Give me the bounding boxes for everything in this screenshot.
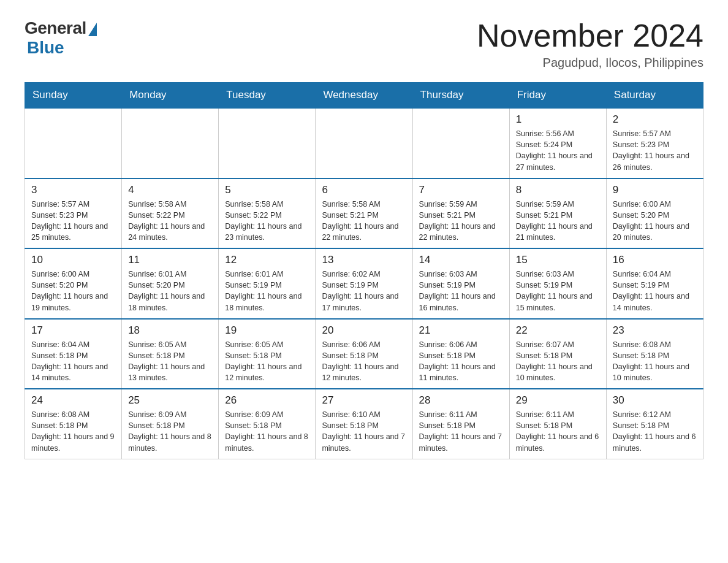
day-number: 1 [516, 113, 600, 126]
calendar-cell: 28Sunrise: 6:11 AM Sunset: 5:18 PM Dayli… [412, 389, 509, 459]
day-number: 18 [128, 324, 212, 337]
calendar-cell [122, 108, 219, 178]
day-info: Sunrise: 6:05 AM Sunset: 5:18 PM Dayligh… [128, 339, 212, 384]
day-number: 26 [225, 394, 309, 407]
calendar-cell: 6Sunrise: 5:58 AM Sunset: 5:21 PM Daylig… [316, 178, 412, 249]
day-info: Sunrise: 6:06 AM Sunset: 5:18 PM Dayligh… [419, 339, 503, 384]
day-info: Sunrise: 6:06 AM Sunset: 5:18 PM Dayligh… [322, 339, 406, 384]
day-info: Sunrise: 6:08 AM Sunset: 5:18 PM Dayligh… [31, 409, 115, 454]
calendar-day-header: Tuesday [219, 83, 316, 109]
calendar-cell [412, 108, 509, 178]
day-number: 22 [516, 324, 600, 337]
day-info: Sunrise: 6:03 AM Sunset: 5:19 PM Dayligh… [516, 269, 600, 313]
calendar-cell: 22Sunrise: 6:07 AM Sunset: 5:18 PM Dayli… [509, 319, 606, 389]
day-number: 9 [613, 184, 697, 196]
calendar-cell: 24Sunrise: 6:08 AM Sunset: 5:18 PM Dayli… [25, 389, 122, 459]
day-number: 19 [225, 324, 309, 337]
day-info: Sunrise: 5:56 AM Sunset: 5:24 PM Dayligh… [516, 128, 600, 173]
calendar-cell: 19Sunrise: 6:05 AM Sunset: 5:18 PM Dayli… [219, 319, 316, 389]
day-info: Sunrise: 6:04 AM Sunset: 5:18 PM Dayligh… [31, 339, 115, 384]
calendar-table: SundayMondayTuesdayWednesdayThursdayFrid… [25, 82, 703, 459]
day-number: 5 [225, 184, 309, 196]
day-info: Sunrise: 5:57 AM Sunset: 5:23 PM Dayligh… [613, 128, 697, 173]
page-header: General Blue November 2024 Pagudpud, Ilo… [25, 18, 703, 70]
calendar-cell: 5Sunrise: 5:58 AM Sunset: 5:22 PM Daylig… [219, 178, 316, 249]
day-number: 27 [322, 394, 406, 407]
day-number: 10 [31, 254, 115, 266]
calendar-day-header: Monday [122, 83, 219, 109]
day-number: 6 [322, 184, 406, 196]
calendar-cell: 9Sunrise: 6:00 AM Sunset: 5:20 PM Daylig… [606, 178, 703, 249]
week-row: 3Sunrise: 5:57 AM Sunset: 5:23 PM Daylig… [25, 178, 703, 249]
location-subtitle: Pagudpud, Ilocos, Philippines [477, 56, 703, 70]
week-row: 17Sunrise: 6:04 AM Sunset: 5:18 PM Dayli… [25, 319, 703, 389]
logo: General Blue [25, 18, 97, 58]
day-info: Sunrise: 6:00 AM Sunset: 5:20 PM Dayligh… [613, 199, 697, 243]
calendar-cell: 1Sunrise: 5:56 AM Sunset: 5:24 PM Daylig… [509, 108, 606, 178]
calendar-cell: 27Sunrise: 6:10 AM Sunset: 5:18 PM Dayli… [316, 389, 412, 459]
day-number: 11 [128, 254, 212, 266]
day-number: 8 [516, 184, 600, 196]
calendar-cell: 13Sunrise: 6:02 AM Sunset: 5:19 PM Dayli… [316, 248, 412, 319]
day-number: 28 [419, 394, 503, 407]
day-number: 12 [225, 254, 309, 266]
title-block: November 2024 Pagudpud, Ilocos, Philippi… [477, 18, 703, 70]
calendar-cell: 11Sunrise: 6:01 AM Sunset: 5:20 PM Dayli… [122, 248, 219, 319]
calendar-cell: 10Sunrise: 6:00 AM Sunset: 5:20 PM Dayli… [25, 248, 122, 319]
calendar-cell: 8Sunrise: 5:59 AM Sunset: 5:21 PM Daylig… [509, 178, 606, 249]
day-info: Sunrise: 6:02 AM Sunset: 5:19 PM Dayligh… [322, 269, 406, 313]
week-row: 1Sunrise: 5:56 AM Sunset: 5:24 PM Daylig… [25, 108, 703, 178]
day-info: Sunrise: 5:58 AM Sunset: 5:22 PM Dayligh… [225, 199, 309, 243]
day-info: Sunrise: 6:03 AM Sunset: 5:19 PM Dayligh… [419, 269, 503, 313]
day-info: Sunrise: 5:57 AM Sunset: 5:23 PM Dayligh… [31, 199, 115, 243]
day-info: Sunrise: 6:04 AM Sunset: 5:19 PM Dayligh… [613, 269, 697, 313]
day-number: 23 [613, 324, 697, 337]
day-number: 15 [516, 254, 600, 266]
calendar-day-header: Saturday [606, 83, 703, 109]
day-info: Sunrise: 6:01 AM Sunset: 5:20 PM Dayligh… [128, 269, 212, 313]
day-number: 20 [322, 324, 406, 337]
calendar-cell: 20Sunrise: 6:06 AM Sunset: 5:18 PM Dayli… [316, 319, 412, 389]
day-info: Sunrise: 6:11 AM Sunset: 5:18 PM Dayligh… [419, 409, 503, 454]
day-info: Sunrise: 6:00 AM Sunset: 5:20 PM Dayligh… [31, 269, 115, 313]
day-info: Sunrise: 5:59 AM Sunset: 5:21 PM Dayligh… [516, 199, 600, 243]
day-number: 25 [128, 394, 212, 407]
logo-general-text: General [25, 18, 86, 38]
calendar-header-row: SundayMondayTuesdayWednesdayThursdayFrid… [25, 83, 703, 109]
calendar-cell: 30Sunrise: 6:12 AM Sunset: 5:18 PM Dayli… [606, 389, 703, 459]
calendar-cell [219, 108, 316, 178]
day-number: 24 [31, 394, 115, 407]
calendar-cell: 26Sunrise: 6:09 AM Sunset: 5:18 PM Dayli… [219, 389, 316, 459]
calendar-cell: 7Sunrise: 5:59 AM Sunset: 5:21 PM Daylig… [412, 178, 509, 249]
calendar-cell: 4Sunrise: 5:58 AM Sunset: 5:22 PM Daylig… [122, 178, 219, 249]
logo-blue-text: Blue [27, 38, 64, 58]
day-number: 30 [613, 394, 697, 407]
day-number: 13 [322, 254, 406, 266]
calendar-cell: 21Sunrise: 6:06 AM Sunset: 5:18 PM Dayli… [412, 319, 509, 389]
week-row: 24Sunrise: 6:08 AM Sunset: 5:18 PM Dayli… [25, 389, 703, 459]
day-number: 21 [419, 324, 503, 337]
day-number: 14 [419, 254, 503, 266]
calendar-cell: 16Sunrise: 6:04 AM Sunset: 5:19 PM Dayli… [606, 248, 703, 319]
calendar-cell: 3Sunrise: 5:57 AM Sunset: 5:23 PM Daylig… [25, 178, 122, 249]
day-info: Sunrise: 5:59 AM Sunset: 5:21 PM Dayligh… [419, 199, 503, 243]
day-info: Sunrise: 6:09 AM Sunset: 5:18 PM Dayligh… [225, 409, 309, 454]
day-info: Sunrise: 6:10 AM Sunset: 5:18 PM Dayligh… [322, 409, 406, 454]
day-number: 2 [613, 113, 697, 126]
calendar-cell [316, 108, 412, 178]
day-info: Sunrise: 6:01 AM Sunset: 5:19 PM Dayligh… [225, 269, 309, 313]
calendar-day-header: Sunday [25, 83, 122, 109]
day-info: Sunrise: 6:07 AM Sunset: 5:18 PM Dayligh… [516, 339, 600, 384]
day-number: 16 [613, 254, 697, 266]
calendar-cell: 17Sunrise: 6:04 AM Sunset: 5:18 PM Dayli… [25, 319, 122, 389]
calendar-cell: 29Sunrise: 6:11 AM Sunset: 5:18 PM Dayli… [509, 389, 606, 459]
day-number: 29 [516, 394, 600, 407]
day-info: Sunrise: 6:11 AM Sunset: 5:18 PM Dayligh… [516, 409, 600, 454]
day-number: 17 [31, 324, 115, 337]
day-number: 4 [128, 184, 212, 196]
day-info: Sunrise: 5:58 AM Sunset: 5:21 PM Dayligh… [322, 199, 406, 243]
calendar-cell: 25Sunrise: 6:09 AM Sunset: 5:18 PM Dayli… [122, 389, 219, 459]
calendar-cell [25, 108, 122, 178]
day-info: Sunrise: 6:09 AM Sunset: 5:18 PM Dayligh… [128, 409, 212, 454]
calendar-day-header: Wednesday [316, 83, 412, 109]
